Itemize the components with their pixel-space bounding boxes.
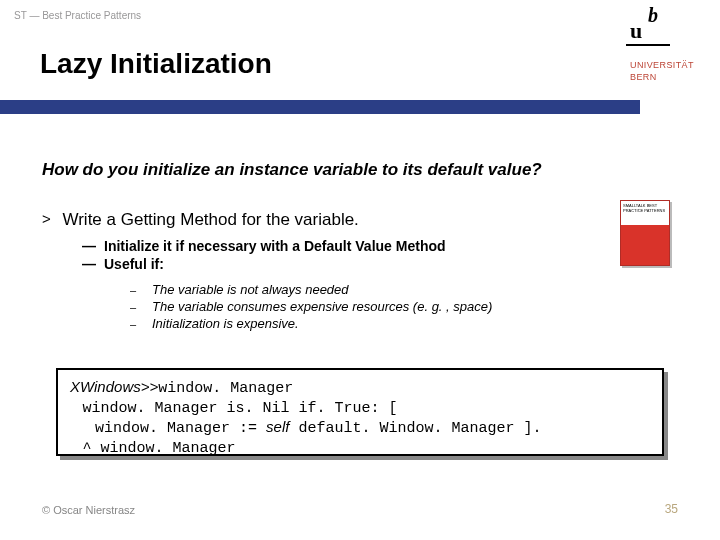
list-item: — Initialize it if necessary with a Defa… (82, 238, 610, 254)
list-item-text: Initialize it if necessary with a Defaul… (104, 238, 446, 254)
code-block: XWindows>>window. Manager window. Manage… (56, 368, 664, 456)
code-line: ^ window. Manager (83, 440, 236, 457)
list-item: – The variable is not always needed (130, 282, 600, 297)
book-title: SMALLTALK BEST PRACTICE PATTERNS (621, 201, 669, 215)
code-line: window. Manager is. Nil if. True: [ (83, 400, 398, 417)
code-class: XWindows>> (70, 378, 158, 395)
list-item-text: Useful if: (104, 256, 164, 272)
logo-u: u (630, 18, 642, 44)
bullet-dash: — (82, 238, 104, 254)
list-item: – Initialization is expensive. (130, 316, 600, 331)
code-line: window. Manager := (95, 420, 266, 437)
list-item: – The variable consumes expensive resour… (130, 299, 600, 314)
university-logo: b u UNIVERSITÄT BERN (620, 0, 720, 100)
logo-b: b (648, 4, 658, 27)
book-cover-thumbnail: SMALLTALK BEST PRACTICE PATTERNS (620, 200, 670, 266)
logo-universitat: UNIVERSITÄT (630, 60, 694, 70)
slide-title: Lazy Initialization (40, 48, 272, 80)
question-text: How do you initialize an instance variab… (42, 160, 680, 180)
slide: ST — Best Practice Patterns Lazy Initial… (0, 0, 720, 540)
code-selector: window. Manager (158, 380, 293, 397)
subsub-list: – The variable is not always needed – Th… (130, 282, 600, 333)
page-number: 35 (665, 502, 678, 516)
bullet-endash: – (130, 316, 152, 330)
footer-copyright: © Oscar Nierstrasz (42, 504, 135, 516)
bullet-angle: > (42, 210, 58, 227)
list-item-text: The variable consumes expensive resource… (152, 299, 492, 314)
list-item-text: The variable is not always needed (152, 282, 349, 297)
header-meta: ST — Best Practice Patterns (14, 10, 141, 21)
code-keyword: self (266, 418, 289, 435)
title-bar (0, 100, 640, 114)
bullet-endash: – (130, 282, 152, 296)
list-item-text: Initialization is expensive. (152, 316, 299, 331)
list-item: — Useful if: (82, 256, 610, 272)
logo-underline (626, 44, 670, 46)
logo-bern: BERN (630, 72, 657, 82)
bullet-endash: – (130, 299, 152, 313)
code-line: default. Window. Manager ]. (289, 420, 541, 437)
bullet-dash: — (82, 256, 104, 272)
sub-list: — Initialize it if necessary with a Defa… (82, 238, 610, 274)
answer-row: > Write a Getting Method for the variabl… (42, 210, 640, 230)
answer-text: Write a Getting Method for the variable. (62, 210, 358, 230)
